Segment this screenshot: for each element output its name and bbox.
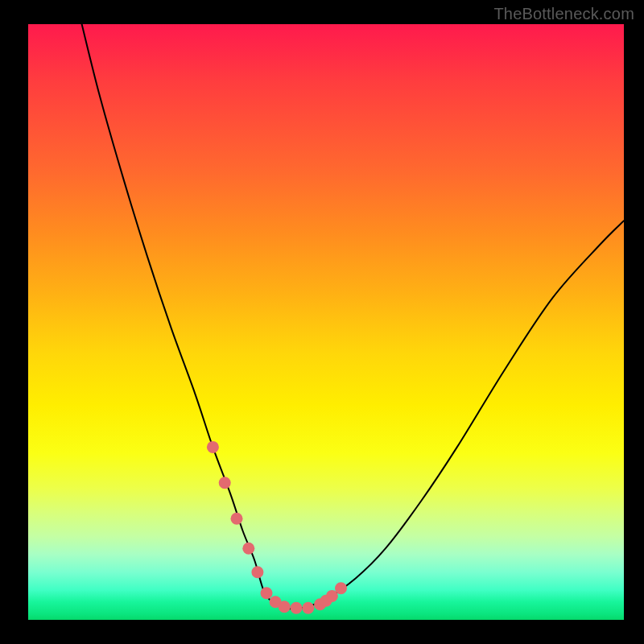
highlight-marker [302, 602, 314, 614]
highlight-marker [242, 543, 254, 555]
highlight-marker [251, 566, 263, 578]
watermark-text: TheBottleneck.com [493, 5, 634, 23]
highlight-marker [231, 513, 243, 525]
chart-plot-area [28, 24, 624, 620]
highlight-marker [261, 587, 273, 599]
highlight-marker [291, 602, 303, 614]
highlight-marker [279, 601, 291, 613]
bottleneck-curve-line [82, 24, 624, 609]
highlight-marker [335, 582, 347, 594]
chart-svg [28, 24, 624, 620]
highlight-marker [219, 477, 231, 489]
highlight-marker [207, 441, 219, 453]
highlight-markers [207, 441, 347, 614]
